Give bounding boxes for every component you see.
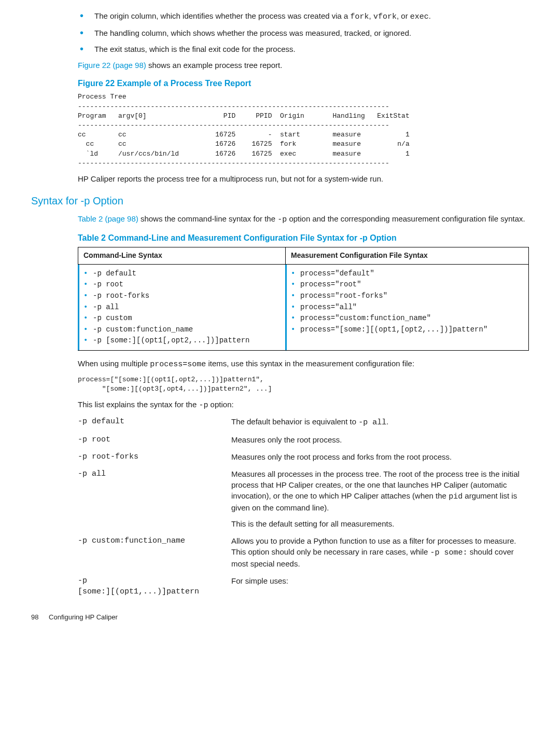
code: fork (351, 12, 369, 21)
def-term: -p [some:][(opt1,...)]pattern (78, 575, 223, 597)
text: The exit status, which is the final exit… (94, 45, 296, 53)
table-header: Command-Line Syntax (78, 247, 286, 265)
text: The default behavior is equivalent to (231, 417, 358, 426)
figure-reference: Figure 22 (page 98) shows an example pro… (78, 60, 529, 71)
process-tree-code: Process Tree ---------------------------… (78, 92, 529, 168)
cell-item: process="root-forks" (291, 291, 523, 301)
text: option: (208, 400, 233, 409)
text: This list explains the syntax for the (78, 400, 199, 409)
text: The handling column, which shows whether… (94, 29, 411, 37)
cell-item: -p all (83, 302, 280, 313)
cell-item: process="default" (291, 269, 523, 279)
text: , or (397, 11, 410, 20)
cell-item: process="root" (291, 280, 523, 290)
def-term: -p default (78, 416, 223, 428)
code-block: process=["[some:][(opt1[,opt2,...])]patt… (78, 375, 529, 394)
table-cell: process="default" process="root" process… (286, 264, 529, 350)
text: . (386, 417, 388, 426)
def-desc: Measures only the root process. (231, 434, 529, 445)
figure-title: Figure 22 Example of a Process Tree Repo… (78, 78, 529, 89)
text: items, use this syntax in the measuremen… (206, 359, 414, 368)
bullet-item: The handling column, which shows whether… (94, 27, 529, 38)
footer-title: Configuring HP Caliper (49, 613, 118, 621)
text: The origin column, which identifies whet… (94, 11, 351, 20)
def-desc: For simple uses: (231, 575, 529, 597)
table-cell: -p default -p root -p root-forks -p all … (78, 264, 286, 350)
table-reference: Table 2 (page 98) shows the command-line… (78, 213, 529, 225)
def-term: -p all (78, 468, 223, 529)
text: . (429, 11, 431, 20)
def-term: -p root (78, 434, 223, 445)
code: pid (449, 492, 463, 501)
def-desc: The default behavior is equivalent to -p… (231, 416, 529, 428)
cell-item: process="all" (291, 302, 523, 313)
code: -p (277, 215, 287, 224)
section-heading: Syntax for -p Option (31, 194, 529, 208)
link[interactable]: Table 2 (page 98) (78, 214, 138, 223)
cell-item: -p default (83, 269, 280, 279)
text: shows the command-line syntax for the (138, 214, 277, 223)
text: , (369, 11, 373, 20)
page-number: 98 (31, 613, 38, 622)
code: -p some: (430, 548, 468, 557)
text: When using multiple (78, 359, 150, 368)
text: option and the corresponding measurement… (287, 214, 525, 223)
cell-item: -p root (83, 280, 280, 290)
text: shows an example process tree report. (146, 61, 283, 70)
def-term: -p custom:function_name (78, 535, 223, 569)
def-desc: Measures all processes in the process tr… (231, 468, 529, 529)
bullet-item: The origin column, which identifies whet… (94, 10, 529, 22)
code: process=some (150, 360, 206, 369)
table-header: Measurement Configuration File Syntax (286, 247, 529, 265)
def-desc: Measures only the root process and forks… (231, 451, 529, 462)
definition-list: -p default The default behavior is equiv… (78, 416, 529, 597)
cell-item: -p custom (83, 313, 280, 324)
cell-item: process="custom:function_name" (291, 313, 523, 324)
cell-item: -p root-forks (83, 291, 280, 301)
paragraph: This list explains the syntax for the -p… (78, 399, 529, 411)
cell-item: process="[some:][(opt1,[opt2,...])]patte… (291, 325, 523, 335)
bullet-item: The exit status, which is the final exit… (94, 44, 529, 54)
def-desc: Allows you to provide a Python function … (231, 535, 529, 569)
link[interactable]: Figure 22 (page 98) (78, 61, 146, 70)
cell-item: -p custom:function_name (83, 325, 280, 335)
code: exec (410, 12, 429, 21)
table-title: Table 2 Command-Line and Measurement Con… (78, 232, 529, 244)
cell-item: -p [some:][(opt1[,opt2,...])]pattern (83, 336, 280, 346)
code: -p (199, 401, 208, 410)
code: vfork (373, 12, 397, 21)
paragraph: HP Caliper reports the process tree for … (78, 173, 529, 184)
text: This is the default setting for all meas… (231, 518, 529, 529)
def-term: -p root-forks (78, 451, 223, 462)
syntax-table: Command-Line Syntax Measurement Configur… (78, 247, 529, 351)
bullet-list: The origin column, which identifies whet… (78, 10, 529, 54)
page-footer: 98 Configuring HP Caliper (31, 613, 529, 622)
paragraph: When using multiple process=some items, … (78, 358, 529, 370)
code: -p all (358, 418, 386, 427)
